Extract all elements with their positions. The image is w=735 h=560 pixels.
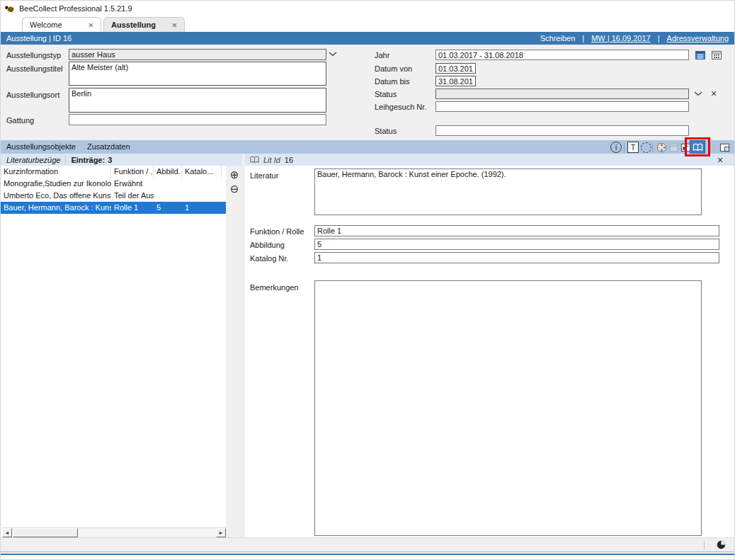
close-icon[interactable]: × xyxy=(88,21,93,30)
divider: | xyxy=(582,34,584,42)
form-area: Ausstellungstyp Ausstellungstitel Alte M… xyxy=(1,45,734,140)
detail-header-label: Lit Id xyxy=(263,156,280,164)
calendar-grid-icon[interactable] xyxy=(712,50,722,59)
tab-strip: Welcome × Ausstellung × xyxy=(1,16,734,32)
ausstellungsort-textarea[interactable]: Berlin xyxy=(69,88,326,113)
table-row-selected[interactable]: Bauer, Hermann, Barock : Kunst ... Rolle… xyxy=(1,202,226,214)
ausstellungstitel-textarea[interactable]: Alte Meister (alt) xyxy=(69,62,326,86)
field-label: Status xyxy=(375,90,397,98)
tab-ausstellungsobjekte[interactable]: Ausstellungsobjekte xyxy=(6,142,76,151)
chevron-down-icon[interactable] xyxy=(694,91,702,96)
palette-icon[interactable] xyxy=(656,142,667,153)
cell-katalog xyxy=(182,190,222,202)
field-label: Literatur xyxy=(250,171,278,180)
katalog-nr-input[interactable] xyxy=(314,252,719,263)
ausstellungstyp-combo[interactable] xyxy=(69,49,326,60)
funktion-rolle-input[interactable] xyxy=(314,225,719,236)
field-label: Funktion / Rolle xyxy=(250,227,304,236)
open-book-icon xyxy=(250,156,259,164)
divider xyxy=(65,156,66,164)
cell-funktion: Rolle 1 xyxy=(111,202,154,214)
bemerkungen-textarea[interactable] xyxy=(314,280,702,536)
text-format-icon[interactable]: T xyxy=(627,142,639,153)
tab-zusatzdaten[interactable]: Zusatzdaten xyxy=(87,142,130,151)
toolbar-divider xyxy=(624,142,625,152)
table-header: Kurzinformation Funktion / ... Abbild...… xyxy=(1,166,226,178)
panel-layout-icon[interactable] xyxy=(719,142,730,153)
archive-icon[interactable] xyxy=(668,142,679,153)
column-header[interactable]: Funktion / ... xyxy=(111,166,154,178)
gattung-input[interactable] xyxy=(69,114,326,125)
tab-welcome[interactable]: Welcome × xyxy=(22,17,101,32)
plus-icon[interactable]: ⊕ xyxy=(229,169,240,181)
field-label: Ausstellungsort xyxy=(6,91,59,99)
tab-label: Welcome xyxy=(30,21,62,29)
tab-ausstellung[interactable]: Ausstellung × xyxy=(103,17,185,32)
chevron-down-icon[interactable] xyxy=(329,52,337,57)
table-row[interactable]: Monografie,Studien zur Ikonolo... Erwähn… xyxy=(1,178,226,190)
horizontal-scrollbar[interactable]: ◄ ► xyxy=(2,527,226,538)
bottom-accent-lines xyxy=(1,552,734,556)
scroll-left-icon[interactable]: ◄ xyxy=(2,528,12,537)
column-header[interactable]: Kurzinformation xyxy=(1,166,111,178)
cell-abbildung xyxy=(154,190,182,202)
field-label: Bemerkungen xyxy=(250,283,299,292)
bee-icon xyxy=(4,4,15,14)
datum-bis-input[interactable] xyxy=(435,76,476,86)
cell-kurzinformation: Bauer, Hermann, Barock : Kunst ... xyxy=(1,202,111,214)
cell-funktion: Erwähnt xyxy=(111,178,154,190)
cell-katalog xyxy=(182,178,222,190)
tab-label: Ausstellung xyxy=(111,21,156,29)
cell-abbildung xyxy=(154,178,182,190)
info-icon[interactable]: i xyxy=(610,142,622,153)
globe-icon[interactable] xyxy=(717,540,726,549)
field-label: Abbildung xyxy=(250,241,285,249)
datum-von-input[interactable] xyxy=(435,63,476,74)
field-label: Ausstellungstitel xyxy=(6,64,63,73)
app-window: BeeCollect Professional 1.5.21.9 Welcome… xyxy=(0,0,735,560)
right-panel-header: Lit Id 16 xyxy=(245,154,735,166)
field-label: Leihgesuch Nr. xyxy=(375,103,426,111)
cell-funktion: Teil der Aus... xyxy=(111,190,154,202)
status-bar xyxy=(1,537,734,552)
person-search-icon[interactable] xyxy=(707,142,719,153)
row-actions-strip xyxy=(226,166,242,537)
literature-table: Kurzinformation Funktion / ... Abbild...… xyxy=(1,166,226,527)
column-header[interactable]: Katalo... xyxy=(182,166,222,178)
divider xyxy=(704,541,705,549)
scrollbar-thumb[interactable] xyxy=(13,528,78,537)
calendar-icon[interactable] xyxy=(695,50,705,59)
record-title: Ausstellung | ID 16 xyxy=(6,34,72,42)
close-icon[interactable]: × xyxy=(171,21,177,30)
field-label: Ausstellungstyp xyxy=(6,51,61,59)
detail-header-id: 16 xyxy=(285,156,293,164)
status-combo[interactable] xyxy=(435,88,689,99)
user-date-link[interactable]: MW | 16.09.2017 xyxy=(591,34,651,42)
schreiben-link[interactable]: Schreiben xyxy=(540,34,576,42)
close-icon[interactable]: × xyxy=(717,155,723,165)
entries-label: Einträge: xyxy=(71,156,105,164)
left-panel-header: Literaturbezüge Einträge: 3 xyxy=(1,154,242,166)
field-label: Gattung xyxy=(6,116,34,125)
abbildung-input[interactable] xyxy=(314,239,719,250)
jahr-input[interactable] xyxy=(435,50,689,60)
literature-book-icon[interactable] xyxy=(690,140,705,154)
leihgesuch-input[interactable] xyxy=(435,101,689,112)
entries-count: 3 xyxy=(108,156,112,164)
field-label: Datum bis xyxy=(375,77,410,86)
table-row[interactable]: Umberto Eco, Das offene Kunstw... Teil d… xyxy=(1,190,226,202)
selection-circle-icon[interactable] xyxy=(640,142,651,153)
column-header[interactable]: Abbild... xyxy=(154,166,182,178)
status2-input[interactable] xyxy=(435,125,689,136)
field-label: Status xyxy=(375,127,397,135)
title-bar: BeeCollect Professional 1.5.21.9 xyxy=(1,1,734,16)
cell-kurzinformation: Umberto Eco, Das offene Kunstw... xyxy=(1,190,111,202)
field-label: Jahr xyxy=(375,51,389,59)
window-title: BeeCollect Professional 1.5.21.9 xyxy=(19,4,132,13)
scroll-right-icon[interactable]: ► xyxy=(216,528,226,537)
minus-icon[interactable]: ⊖ xyxy=(229,183,240,195)
adressverwaltung-link[interactable]: Adressverwaltung xyxy=(667,34,729,42)
clear-icon[interactable]: × xyxy=(711,88,717,99)
divider: | xyxy=(658,34,660,42)
literatur-textarea[interactable]: Bauer, Hermann, Barock : Kunst einer Epo… xyxy=(314,168,702,215)
